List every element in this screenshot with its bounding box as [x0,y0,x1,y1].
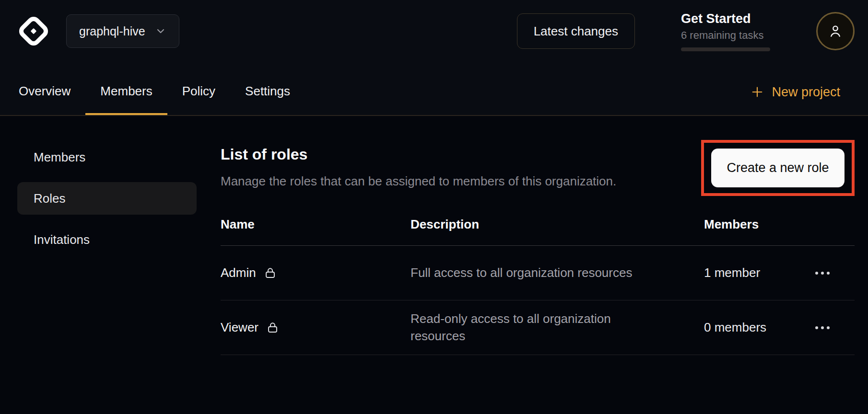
role-name: Viewer [221,320,258,335]
role-name: Admin [221,265,256,280]
tab-settings[interactable]: Settings [230,69,305,115]
get-started-remaining: 6 remaining tasks [681,29,770,42]
role-member-count: 0 members [704,320,766,335]
annotation-highlight: Create a new role [701,140,855,196]
column-header-members: Members [704,208,855,246]
role-name-cell: Admin [221,265,411,280]
table-row-admin: Admin Full access to all organization re… [221,246,855,300]
column-header-description: Description [411,208,704,246]
sidebar-item-roles[interactable]: Roles [17,182,197,215]
members-sidebar: Members Roles Invitations [17,116,197,355]
get-started-widget[interactable]: Get Started 6 remaining tasks [681,12,770,51]
lock-icon [266,321,279,334]
roles-panel: List of roles Manage the roles that can … [197,116,855,355]
app-header: graphql-hive Latest changes Get Started … [0,0,868,62]
top-chrome: graphql-hive Latest changes Get Started … [0,0,868,116]
roles-table-header-row: Name Description Members [221,208,855,246]
roles-titles: List of roles Manage the roles that can … [221,140,616,189]
org-tabbar: Overview Members Policy Settings New pro… [0,62,868,115]
column-header-name: Name [221,208,411,246]
role-members-cell: 0 members [704,320,855,335]
new-project-link[interactable]: New project [751,69,850,115]
tab-policy[interactable]: Policy [167,69,230,115]
table-row-viewer: Viewer Read-only access to all organizat… [221,300,855,355]
lock-icon [264,266,277,279]
role-name-cell: Viewer [221,320,411,335]
hive-logo-icon [18,16,49,46]
create-role-button[interactable]: Create a new role [711,149,845,187]
user-icon [827,23,844,39]
tab-members[interactable]: Members [85,69,167,115]
role-members-cell: 1 member [704,265,855,280]
org-name: graphql-hive [79,24,145,38]
chevron-down-icon [155,25,166,37]
user-avatar[interactable] [816,12,855,50]
latest-changes-button[interactable]: Latest changes [517,13,635,49]
page-title: List of roles [221,146,616,163]
role-member-count: 1 member [704,265,760,280]
get-started-title: Get Started [681,12,770,26]
page-subtitle: Manage the roles that can be assigned to… [221,174,616,189]
row-menu-ellipsis-icon[interactable] [813,322,832,334]
plus-icon [751,85,764,99]
roles-table: Name Description Members Admin [221,208,855,355]
org-switcher[interactable]: graphql-hive [66,14,179,48]
sidebar-item-members[interactable]: Members [17,141,197,173]
members-page: Members Roles Invitations List of roles … [0,116,868,355]
role-description: Read-only access to all organization res… [411,301,650,354]
tab-overview[interactable]: Overview [4,69,85,115]
get-started-progressbar [681,47,770,51]
role-description: Full access to all organization resource… [411,255,650,291]
row-menu-ellipsis-icon[interactable] [813,267,832,279]
new-project-label: New project [772,85,840,100]
sidebar-item-invitations[interactable]: Invitations [17,223,197,256]
roles-panel-header: List of roles Manage the roles that can … [221,140,855,196]
